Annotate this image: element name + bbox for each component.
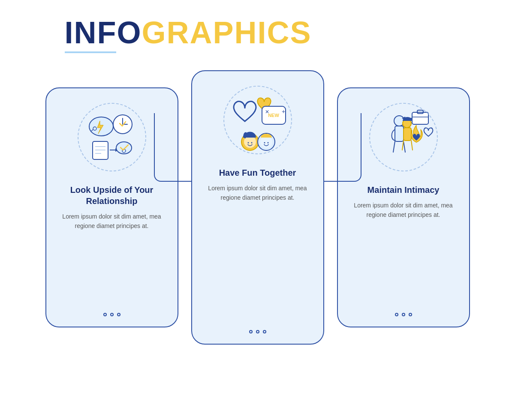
dot-5 xyxy=(256,330,259,333)
connector-right-line xyxy=(319,113,361,182)
title-underline xyxy=(65,51,116,53)
dot-7 xyxy=(395,313,398,316)
card-center: NEW ✕ + xyxy=(191,70,324,345)
header: INFOGRAPHICS xyxy=(65,17,451,53)
card-left-dots xyxy=(103,309,120,316)
dashed-circle-left xyxy=(78,103,146,171)
card-right-title: Maintain Intimacy xyxy=(367,184,440,195)
card-center-icon-area: NEW ✕ + xyxy=(219,81,296,159)
card-left-icon-area xyxy=(73,99,151,176)
connector-left-line xyxy=(154,113,197,182)
dot-1 xyxy=(103,313,107,316)
cards-wrapper: Look Upside of Your Relationship Lorem i… xyxy=(45,70,470,345)
card-center-body: Lorem ipsum dolor sit dim amet, mea regi… xyxy=(204,183,311,203)
dot-3 xyxy=(117,313,120,316)
card-center-title: Have Fun Together xyxy=(219,167,296,178)
dot-2 xyxy=(110,313,114,316)
dot-9 xyxy=(409,313,412,316)
page-title: INFOGRAPHICS xyxy=(65,17,451,48)
card-right-icon-area xyxy=(365,99,442,176)
card-center-dots xyxy=(249,327,266,333)
dot-4 xyxy=(249,330,253,333)
card-left-body: Lorem ipsum dolor sit dim amet, mea regi… xyxy=(58,212,166,231)
cards-container: Look Upside of Your Relationship Lorem i… xyxy=(22,70,494,345)
card-right-body: Lorem ipsum dolor sit dim amet, mea regi… xyxy=(350,201,457,220)
card-right-dots xyxy=(395,309,412,316)
dashed-circle-right xyxy=(369,103,438,171)
dot-8 xyxy=(402,313,405,316)
dot-6 xyxy=(263,330,266,333)
title-graphics: GRAPHICS xyxy=(142,15,311,50)
card-left-title: Look Upside of Your Relationship xyxy=(58,184,166,207)
title-info: INFO xyxy=(65,15,142,50)
dashed-circle-center xyxy=(223,86,292,154)
